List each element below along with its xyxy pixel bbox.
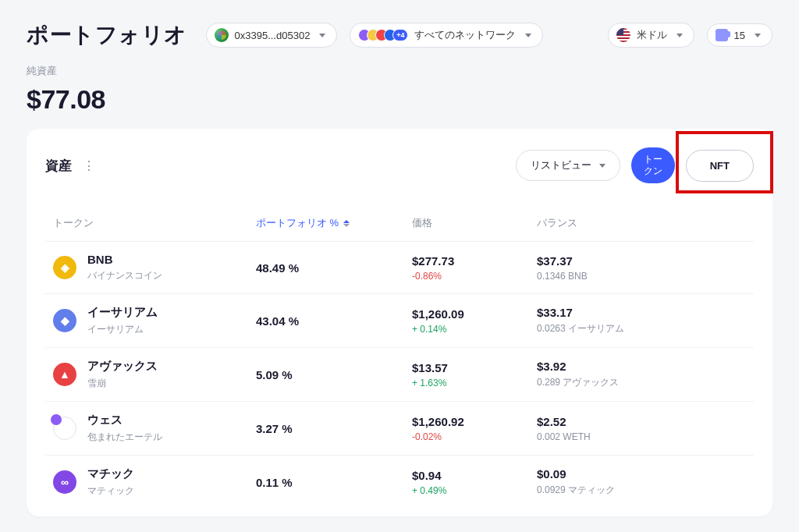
token-cell: ◆ ウェス 包まれたエーテル bbox=[53, 413, 256, 444]
balance-sub: 0.0263 イーサリアム bbox=[537, 322, 746, 335]
gas-pump-icon bbox=[716, 29, 728, 41]
token-icon: ▲ bbox=[53, 363, 76, 386]
balance-value: $3.92 bbox=[537, 360, 746, 373]
balance-cell: $0.09 0.0929 マティック bbox=[537, 467, 746, 497]
sort-icon bbox=[343, 220, 350, 227]
balance-sub: 0.289 アヴァックス bbox=[537, 376, 746, 389]
table-row[interactable]: ◆ ウェス 包まれたエーテル 3.27 % $1,260.92 -0.02% $… bbox=[45, 401, 754, 455]
page-title: ポートフォリオ bbox=[27, 20, 187, 50]
token-subtitle: マティック bbox=[87, 484, 134, 498]
token-subtitle: 包まれたエーテル bbox=[87, 431, 162, 444]
token-subtitle: バイナンスコイン bbox=[87, 269, 162, 282]
balance-cell: $2.52 0.002 WETH bbox=[537, 415, 746, 442]
price-value: $1,260.09 bbox=[412, 307, 537, 321]
price-cell: $1,260.09 + 0.14% bbox=[412, 307, 537, 335]
chevron-down-icon bbox=[599, 164, 605, 168]
networth-label: 純資産 bbox=[27, 64, 772, 78]
topbar: ポートフォリオ 0x3395...d05302 +4 すべてのネットワーク 米ド… bbox=[0, 0, 799, 64]
currency-selector[interactable]: 米ドル bbox=[608, 23, 694, 48]
assets-table-header: トークン ポートフォリオ % 価格 バランス bbox=[45, 205, 754, 241]
token-icon: ◆ bbox=[53, 309, 76, 332]
token-icon: ∞ bbox=[53, 470, 76, 494]
token-subtitle: 雪崩 bbox=[87, 377, 158, 390]
gas-value: 15 bbox=[734, 30, 745, 41]
wallet-selector[interactable]: 0x3395...d05302 bbox=[206, 23, 338, 48]
price-change: -0.86% bbox=[412, 271, 537, 282]
portfolio-pct: 48.49 % bbox=[256, 261, 412, 275]
balance-cell: $37.37 0.1346 BNB bbox=[537, 254, 746, 282]
price-value: $0.94 bbox=[412, 469, 537, 482]
col-price[interactable]: 価格 bbox=[412, 216, 537, 230]
token-cell: ◈ BNB バイナンスコイン bbox=[53, 253, 256, 282]
chevron-down-icon bbox=[676, 34, 683, 37]
chevron-down-icon bbox=[755, 34, 761, 37]
col-balance[interactable]: バランス bbox=[537, 216, 746, 230]
token-cell: ▲ アヴァックス 雪崩 bbox=[53, 359, 256, 390]
token-cell: ◆ イーサリアム イーサリアム bbox=[53, 305, 256, 336]
network-icons: +4 bbox=[358, 29, 408, 41]
assets-card: 資産 ⋮ リストビュー トークン NFT トークン ポートフォリオ % 価格 バ… bbox=[27, 129, 772, 516]
price-cell: $13.57 + 1.63% bbox=[412, 361, 537, 388]
price-cell: $1,260.92 -0.02% bbox=[412, 415, 537, 442]
listview-label: リストビュー bbox=[531, 158, 591, 172]
price-change: + 1.63% bbox=[412, 378, 537, 388]
token-icon: ◆ bbox=[53, 417, 76, 440]
assets-more-menu[interactable]: ⋮ bbox=[83, 158, 95, 173]
col-portfolio-pct[interactable]: ポートフォリオ % bbox=[256, 216, 412, 230]
balance-value: $37.37 bbox=[537, 254, 746, 268]
network-selector-label: すべてのネットワーク bbox=[414, 28, 516, 42]
tab-nft[interactable]: NFT bbox=[686, 150, 754, 182]
balance-cell: $33.17 0.0263 イーサリアム bbox=[537, 306, 746, 335]
networth-block: 純資産 $77.08 bbox=[0, 64, 799, 129]
assets-card-header: 資産 ⋮ リストビュー トークン NFT bbox=[45, 147, 754, 183]
chevron-down-icon bbox=[525, 34, 531, 37]
chevron-down-icon bbox=[319, 34, 325, 37]
portfolio-pct: 5.09 % bbox=[256, 368, 412, 381]
price-value: $1,260.92 bbox=[412, 415, 537, 428]
wallet-avatar-icon bbox=[215, 28, 229, 42]
token-subtitle: イーサリアム bbox=[87, 323, 158, 336]
col-portfolio-pct-label: ポートフォリオ % bbox=[256, 216, 339, 230]
token-name: BNB bbox=[87, 253, 162, 266]
table-row[interactable]: ◆ イーサリアム イーサリアム 43.04 % $1,260.09 + 0.14… bbox=[45, 293, 754, 347]
table-row[interactable]: ▲ アヴァックス 雪崩 5.09 % $13.57 + 1.63% $3.92 … bbox=[45, 347, 754, 401]
price-value: $13.57 bbox=[412, 361, 537, 374]
assets-table-body: ◈ BNB バイナンスコイン 48.49 % $277.73 -0.86% $3… bbox=[45, 241, 754, 509]
table-row[interactable]: ◈ BNB バイナンスコイン 48.49 % $277.73 -0.86% $3… bbox=[45, 241, 754, 293]
price-cell: $0.94 + 0.49% bbox=[412, 469, 537, 496]
table-row[interactable]: ∞ マチック マティック 0.11 % $0.94 + 0.49% $0.09 … bbox=[45, 455, 754, 509]
price-change: -0.02% bbox=[412, 431, 537, 442]
balance-sub: 0.002 WETH bbox=[537, 431, 746, 442]
balance-value: $0.09 bbox=[537, 467, 746, 481]
token-name: ウェス bbox=[87, 413, 162, 427]
token-name: イーサリアム bbox=[87, 305, 158, 320]
price-change: + 0.14% bbox=[412, 324, 537, 335]
wallet-address-text: 0x3395...d05302 bbox=[235, 30, 311, 41]
assets-title: 資産 bbox=[45, 157, 72, 175]
network-more-badge: +4 bbox=[392, 29, 408, 41]
listview-dropdown[interactable]: リストビュー bbox=[516, 150, 620, 181]
balance-sub: 0.0929 マティック bbox=[537, 484, 746, 497]
col-token[interactable]: トークン bbox=[53, 216, 256, 230]
portfolio-pct: 3.27 % bbox=[256, 422, 412, 435]
portfolio-pct: 0.11 % bbox=[256, 476, 412, 489]
gas-selector[interactable]: 15 bbox=[707, 23, 772, 47]
balance-cell: $3.92 0.289 アヴァックス bbox=[537, 360, 746, 389]
networth-value: $77.08 bbox=[27, 84, 772, 115]
price-value: $277.73 bbox=[412, 254, 537, 268]
token-name: マチック bbox=[87, 466, 134, 481]
token-cell: ∞ マチック マティック bbox=[53, 466, 256, 498]
currency-label: 米ドル bbox=[637, 28, 667, 42]
tab-token[interactable]: トークン bbox=[631, 147, 675, 183]
portfolio-pct: 43.04 % bbox=[256, 314, 412, 328]
balance-sub: 0.1346 BNB bbox=[537, 271, 746, 282]
token-name: アヴァックス bbox=[87, 359, 158, 374]
price-cell: $277.73 -0.86% bbox=[412, 254, 537, 282]
balance-value: $33.17 bbox=[537, 306, 746, 319]
price-change: + 0.49% bbox=[412, 485, 537, 496]
us-flag-icon bbox=[616, 28, 630, 42]
network-selector[interactable]: +4 すべてのネットワーク bbox=[350, 23, 543, 48]
balance-value: $2.52 bbox=[537, 415, 746, 428]
token-icon: ◈ bbox=[53, 256, 76, 279]
